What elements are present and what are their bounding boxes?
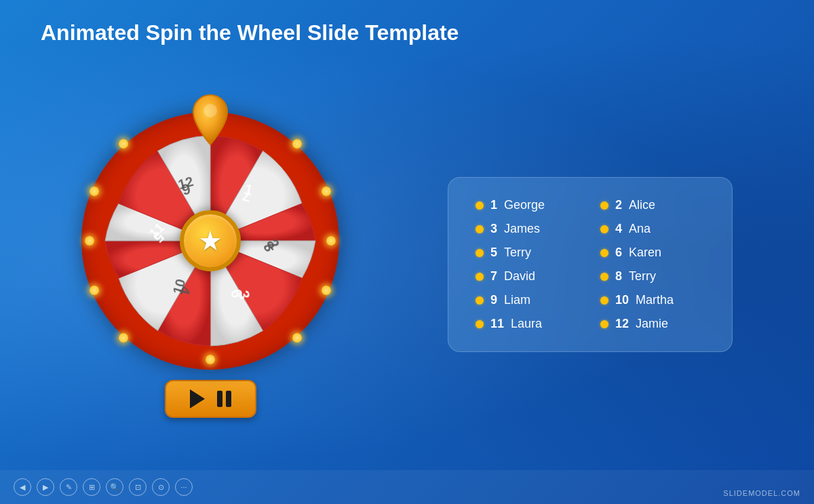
wheel-hub: ★ — [180, 210, 241, 271]
name-grid: 1 George 2 Alice 3 James 4 Ana 5 Terry 6… — [476, 198, 705, 331]
name-text-10: Martha — [636, 293, 674, 307]
name-text-3: James — [504, 222, 540, 236]
wheel-light-10 — [90, 187, 99, 196]
name-item-10: 10 Martha — [600, 293, 705, 307]
name-number-7: 7 — [490, 269, 497, 284]
zoom-button[interactable]: 🔍 — [106, 478, 123, 496]
fit-screen-button[interactable]: ⊡ — [129, 478, 147, 496]
name-dot-6 — [600, 249, 608, 257]
name-dot-11 — [476, 320, 484, 328]
name-number-11: 11 — [490, 317, 504, 331]
name-text-12: Jamie — [636, 317, 668, 331]
name-text-11: Laura — [511, 317, 542, 331]
name-dot-3 — [476, 225, 484, 233]
pause-button[interactable] — [217, 391, 231, 407]
bottom-bar: ◀ ▶ ✎ ⊞ 🔍 ⊡ ⊙ ··· — [0, 470, 814, 504]
names-list-section: 1 George 2 Alice 3 James 4 Ana 5 Terry 6… — [448, 177, 733, 352]
name-number-9: 9 — [490, 293, 497, 307]
more-options-button[interactable]: ··· — [175, 478, 193, 496]
pen-tool-button[interactable]: ✎ — [60, 478, 77, 496]
name-dot-1 — [476, 201, 484, 210]
name-item-12: 12 Jamie — [600, 317, 705, 331]
svg-point-0 — [204, 104, 217, 117]
camera-button[interactable]: ⊙ — [152, 478, 170, 496]
wheel-light-8 — [90, 286, 99, 295]
name-dot-12 — [600, 320, 608, 328]
wheel-light-7 — [119, 333, 128, 343]
name-item-8: 8 Terry — [600, 269, 705, 284]
slide-title: Animated Spin the Wheel Slide Template — [0, 0, 814, 52]
name-dot-7 — [476, 273, 484, 281]
wheel-controls[interactable] — [165, 380, 256, 418]
wheel-light-4 — [322, 286, 331, 295]
name-item-9: 9 Liam — [476, 293, 580, 307]
name-number-8: 8 — [615, 269, 622, 284]
name-text-9: Liam — [504, 293, 530, 307]
name-dot-4 — [600, 225, 608, 233]
next-slide-button[interactable]: ▶ — [37, 478, 54, 496]
wheel-section: 1 2 3 4 5 6 7 8 — [81, 112, 339, 418]
name-dot-2 — [600, 201, 608, 210]
slide-body: 1 2 3 4 5 6 7 8 — [0, 52, 814, 504]
pause-bar-1 — [217, 391, 222, 407]
name-text-4: Ana — [629, 222, 651, 236]
name-dot-5 — [476, 249, 484, 257]
name-number-4: 4 — [615, 222, 622, 236]
wheel-light-11 — [119, 139, 128, 149]
name-number-12: 12 — [615, 317, 629, 331]
name-dot-10 — [600, 296, 608, 305]
name-number-3: 3 — [490, 222, 497, 236]
name-text-5: Terry — [504, 246, 531, 260]
prev-slide-button[interactable]: ◀ — [14, 478, 31, 496]
name-item-4: 4 Ana — [600, 222, 705, 236]
wheel-light-1 — [292, 139, 302, 149]
name-item-11: 11 Laura — [476, 317, 580, 331]
name-dot-8 — [600, 273, 608, 281]
name-text-1: George — [504, 198, 545, 212]
name-number-5: 5 — [490, 246, 497, 260]
name-dot-9 — [476, 296, 484, 305]
name-number-1: 1 — [490, 198, 497, 212]
name-item-3: 3 James — [476, 222, 580, 236]
name-number-2: 2 — [615, 198, 622, 212]
slide-container: Animated Spin the Wheel Slide Template — [0, 0, 814, 504]
wheel-light-5 — [292, 333, 302, 343]
name-number-10: 10 — [615, 293, 629, 307]
name-text-8: Terry — [629, 269, 656, 284]
name-text-2: Alice — [629, 198, 655, 212]
wheel-pointer — [190, 92, 231, 146]
name-item-5: 5 Terry — [476, 246, 580, 260]
pause-bar-2 — [226, 391, 231, 407]
name-text-7: David — [504, 269, 535, 284]
name-item-7: 7 David — [476, 269, 580, 284]
grid-view-button[interactable]: ⊞ — [83, 478, 100, 496]
name-item-1: 1 George — [476, 198, 580, 212]
star-icon: ★ — [198, 227, 222, 254]
name-text-6: Karen — [629, 246, 661, 260]
wheel-light-2 — [322, 187, 331, 196]
wheel-wrapper[interactable]: 1 2 3 4 5 6 7 8 — [81, 112, 339, 370]
name-item-6: 6 Karen — [600, 246, 705, 260]
play-button[interactable] — [190, 389, 205, 408]
name-item-2: 2 Alice — [600, 198, 705, 212]
name-number-6: 6 — [615, 246, 622, 260]
